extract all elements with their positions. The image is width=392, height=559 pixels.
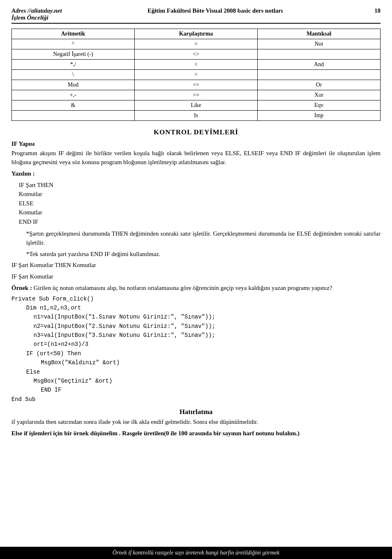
karsi-cell: <> bbox=[135, 49, 258, 60]
hatirlatma-text: if yapılarında then satırından sonra ifa… bbox=[11, 418, 381, 427]
karsi-cell: >= bbox=[135, 90, 258, 100]
mant-cell: And bbox=[258, 60, 381, 70]
col-arith-header: Aritmetik bbox=[12, 29, 135, 39]
sart-note1: *Şartın gerçekleşmesi durumunda THEN değ… bbox=[26, 229, 381, 247]
operator-table: Aritmetik Karşılaştırma Mantıksal ^ = No… bbox=[11, 29, 381, 121]
table-row: ^ = Not bbox=[12, 39, 381, 49]
page: Adres //aliatalay.net İşlem Önceliği Eği… bbox=[0, 0, 392, 559]
col-karsi-header: Karşılaştırma bbox=[135, 29, 258, 39]
code-line-8: MsgBox("Kaldınız" &ort) bbox=[41, 358, 381, 367]
mant-cell: Not bbox=[258, 39, 381, 49]
code-line-1: Private Sub Form_click() bbox=[11, 294, 381, 303]
yazilim-line-2: Komutlar bbox=[19, 189, 381, 199]
arith-cell: +,- bbox=[12, 90, 135, 100]
code-line-7: IF (ort<50) Then bbox=[26, 349, 381, 358]
code-line-2: Dim n1,n2,n3,ort bbox=[26, 303, 381, 312]
code-line-3: n1=val(InputBox("1.Sınav Notunu Giriniz:… bbox=[33, 312, 381, 321]
sart-komut1: IF Şart Komutlar THEN Komutlar bbox=[11, 261, 381, 270]
code-line-9: Else bbox=[26, 367, 381, 376]
arith-cell bbox=[12, 111, 135, 121]
table-row: Mod <= Or bbox=[12, 80, 381, 90]
yazilim-line-3: ELSE bbox=[19, 199, 381, 208]
sart-komut2: IF Şart Komutlar bbox=[11, 272, 381, 281]
table-row: \ > bbox=[12, 70, 381, 80]
yazilim-line-5: END IF bbox=[19, 217, 381, 227]
ornek-label: Örnek : bbox=[11, 285, 32, 291]
yazilim-block: IF Şart THEN Komutlar ELSE Komutlar END … bbox=[19, 180, 381, 227]
page-number: 18 bbox=[368, 7, 381, 14]
footer-bar: Örnek if kontrollü rastgele sayı üretere… bbox=[0, 547, 392, 559]
table-row: +,- >= Xor bbox=[12, 90, 381, 100]
arith-cell: Negatif İşareti (-) bbox=[12, 49, 135, 60]
karsi-cell: = bbox=[135, 39, 258, 49]
page-header: Adres //aliatalay.net İşlem Önceliği Eği… bbox=[11, 7, 381, 24]
arith-cell: & bbox=[12, 100, 135, 111]
arith-cell: ^ bbox=[12, 39, 135, 49]
if-yapisi-desc: Programın akışını IF değimi ile birlikte… bbox=[11, 149, 381, 167]
header-address: Adres //aliatalay.net bbox=[11, 7, 62, 14]
mant-cell bbox=[258, 70, 381, 80]
yazilim-label: Yazılım : bbox=[11, 170, 35, 177]
mant-cell: Eqv bbox=[258, 100, 381, 111]
sart-note2: *Tek satırda şart yazılırsa END IF değim… bbox=[26, 250, 381, 259]
hatirlatma-bold: Else if işlemleri için bir örnek düşünel… bbox=[11, 429, 381, 438]
karsi-cell: Is bbox=[135, 111, 258, 121]
yazilim-line-1: IF Şart THEN bbox=[19, 180, 381, 190]
mant-cell: Xor bbox=[258, 90, 381, 100]
code-line-12: End Sub bbox=[11, 395, 381, 404]
header-left: Adres //aliatalay.net İşlem Önceliği bbox=[11, 7, 62, 21]
mant-cell bbox=[258, 49, 381, 60]
arith-cell: \ bbox=[12, 70, 135, 80]
karsi-cell: <= bbox=[135, 80, 258, 90]
header-islem: İşlem Önceliği bbox=[11, 14, 62, 21]
ornek-section: Örnek : Girilen üç notun ortalamasını al… bbox=[11, 284, 381, 293]
code-line-5: n3=val(InputBox("3.Sınav Notunu Giriniz:… bbox=[33, 331, 381, 340]
if-yapisi-title: IF Yapısı bbox=[11, 140, 381, 147]
ornek-desc: Girilen üç notun ortalamasını alıp, bu n… bbox=[33, 285, 332, 291]
karsi-cell: > bbox=[135, 70, 258, 80]
code-block: Private Sub Form_click() Dim n1,n2,n3,or… bbox=[11, 294, 381, 404]
hatirlatma-title: Hatırlatma bbox=[11, 408, 381, 416]
table-row: Negatif İşareti (-) <> bbox=[12, 49, 381, 60]
code-line-6: ort=(n1+n2+n3)/3 bbox=[33, 340, 381, 349]
arith-cell: *,/ bbox=[12, 60, 135, 70]
karsi-cell: < bbox=[135, 60, 258, 70]
mant-cell: Imp bbox=[258, 111, 381, 121]
yazilim-section: Yazılım : IF Şart THEN Komutlar ELSE Kom… bbox=[11, 170, 381, 227]
arith-cell: Mod bbox=[12, 80, 135, 90]
code-line-10: MsgBox("Geçtiniz" &ort) bbox=[33, 376, 381, 385]
code-line-11: END IF bbox=[41, 385, 381, 394]
table-row: & Like Eqv bbox=[12, 100, 381, 111]
header-title: Eğitim Fakültesi Böte Visual 2008 basic … bbox=[62, 7, 368, 14]
yazilim-line-4: Komutlar bbox=[19, 208, 381, 217]
table-row: *,/ < And bbox=[12, 60, 381, 70]
code-line-4: n2=val(InputBox("2.Sınav Notunu Giriniz:… bbox=[33, 322, 381, 331]
mant-cell: Or bbox=[258, 80, 381, 90]
col-mant-header: Mantıksal bbox=[258, 29, 381, 39]
kontrol-title: KONTROL DEYİMLERİ bbox=[11, 128, 381, 136]
table-row: Is Imp bbox=[12, 111, 381, 121]
karsi-cell: Like bbox=[135, 100, 258, 111]
